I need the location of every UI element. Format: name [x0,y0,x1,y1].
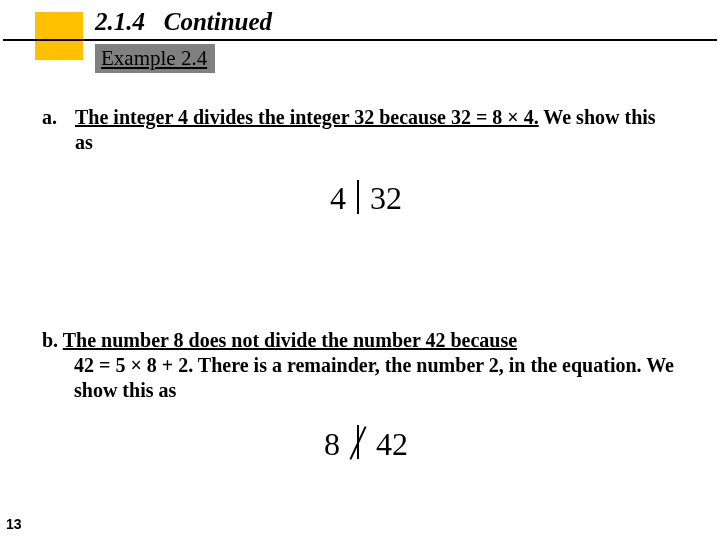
item-b-line1-underlined: The number 8 does not divide the number … [63,329,517,351]
slide-content: a. The integer 4 divides the integer 32 … [42,105,690,463]
item-b-line2-underlined: 42 = 5 × 8 + 2. [74,354,193,376]
section-number: 2.1.4 [95,8,145,35]
divides-icon [357,180,359,214]
accent-square [35,12,83,60]
item-a-text: The integer 4 divides the integer 32 bec… [75,105,675,155]
section-title: 2.1.4 Continued [95,8,272,36]
item-a-label: a. [42,105,70,130]
item-b-label: b. [42,329,63,351]
header-rule [3,39,717,41]
not-divides-icon [351,425,365,459]
math-b-right: 42 [376,426,408,462]
section-word: Continued [164,8,272,35]
math-a-left: 4 [330,180,346,216]
math-a: 4 32 [42,177,690,218]
item-b: b. The number 8 does not divide the numb… [42,328,690,403]
page-number: 13 [6,516,22,532]
item-a-underlined: The integer 4 divides the integer 32 bec… [75,106,539,128]
item-a: a. The integer 4 divides the integer 32 … [42,105,690,155]
item-b-line1: b. The number 8 does not divide the numb… [42,328,690,353]
math-a-right: 32 [370,180,402,216]
item-b-line2: 42 = 5 × 8 + 2. There is a remainder, th… [42,353,690,403]
example-label: Example 2.4 [95,44,215,73]
math-b-left: 8 [324,426,340,462]
math-b: 8 42 [42,423,690,464]
